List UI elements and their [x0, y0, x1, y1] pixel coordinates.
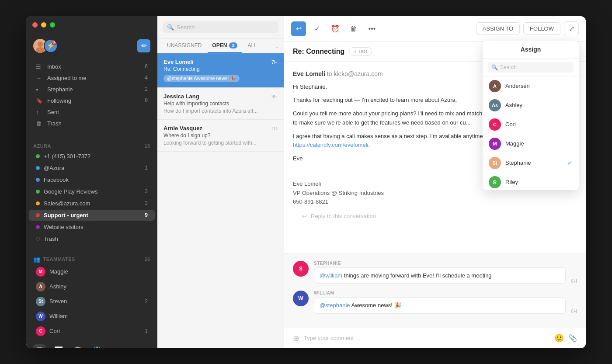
nav-settings[interactable]: ⚙️	[91, 344, 103, 348]
nav-inbox[interactable]: ☰	[33, 344, 45, 348]
resolve-button[interactable]: ✓	[309, 21, 324, 36]
conv-subject-jessica: Help with importing contacts	[163, 101, 278, 107]
comment-input[interactable]	[304, 335, 550, 341]
assign-agent-ashley[interactable]: As Ashley	[483, 96, 579, 115]
nav-reports[interactable]: 📊	[52, 344, 65, 348]
william-avatar: W	[36, 312, 45, 321]
channel-facebook-label: Facebook	[44, 177, 148, 183]
azura-section-header: AZURA 16	[26, 139, 157, 150]
nav-docs[interactable]: 📋	[72, 344, 84, 348]
steven-avatar: St	[36, 297, 45, 306]
assign-agent-stephanie[interactable]: St Stephanie ✓	[483, 153, 579, 173]
cori-label: Cori	[49, 328, 145, 334]
channel-sales[interactable]: Sales@azura.com 3	[29, 198, 155, 209]
channel-facebook[interactable]: Facebook	[29, 174, 155, 185]
tab-all[interactable]: ALL	[243, 39, 261, 53]
sidebar-item-inbox[interactable]: ☰ Inbox 6	[29, 61, 155, 72]
channel-google-play-label: Google Play Reviews	[44, 188, 145, 195]
assign-search-input[interactable]	[500, 64, 570, 70]
tab-open[interactable]: OPEN 3	[208, 39, 241, 53]
avatar-group: ⚡ 1	[33, 39, 58, 53]
channel-phone[interactable]: +1 (415) 301-7372	[29, 151, 155, 162]
maggie-label: Maggie	[49, 268, 148, 275]
sidebar-item-following[interactable]: 🔖 Following 9	[29, 95, 155, 106]
search-input[interactable]	[177, 24, 274, 31]
reply-area[interactable]: ↩ Reply to this conversation	[293, 207, 577, 225]
teammate-steven[interactable]: St Steven 2	[29, 295, 155, 309]
assign-agent-riley[interactable]: R Riley	[483, 173, 579, 190]
teammate-ashley[interactable]: A Ashley	[29, 280, 155, 294]
azura-section-label: AZURA	[33, 143, 51, 149]
follow-button[interactable]: FOLLOW	[523, 22, 560, 35]
comment-plus-icon[interactable]: ⊕	[293, 333, 299, 343]
ashley-name: Ashley	[505, 102, 573, 108]
conv-subject-arnie: Where do I sign up?	[163, 132, 278, 139]
more-button[interactable]: •••	[365, 21, 379, 36]
channel-support[interactable]: Support - urgent 9	[29, 210, 155, 221]
channel-azura-mention[interactable]: @Azura 1	[29, 163, 155, 173]
sidebar-item-stephanie[interactable]: ● Stephanie 2	[29, 84, 155, 95]
william-comment-text: Awesome news! 🎉	[351, 302, 401, 309]
assign-check-icon: ✓	[567, 159, 573, 166]
delete-button[interactable]: 🗑	[346, 21, 361, 36]
close-button[interactable]	[32, 22, 38, 28]
conv-item-header: Eve Lomeli 7H	[163, 59, 278, 65]
sidebar-item-trash[interactable]: 🗑 Trash	[29, 118, 155, 129]
cori-avatar: C	[36, 326, 45, 336]
riley-avatar: R	[489, 176, 501, 188]
toolbar-right: ASSIGN TO FOLLOW ⤢	[476, 21, 579, 36]
teammates-label: TEAMMATES	[43, 257, 75, 262]
teammate-cori[interactable]: C Cori 1	[29, 324, 155, 338]
conv-item-jessica[interactable]: Jessica Lang 9H Help with importing cont…	[157, 88, 284, 120]
assign-search-box[interactable]: 🔍	[488, 62, 574, 73]
conv-subject-eve: Re: Connecting	[163, 66, 278, 72]
teammate-maggie[interactable]: M Maggie	[29, 265, 155, 279]
sort-icon[interactable]: ↓	[275, 42, 278, 49]
stephanie-assign-name: Stephanie	[505, 159, 563, 166]
azura-count: 1	[145, 165, 148, 171]
channel-website[interactable]: Website visitors	[29, 222, 155, 232]
google-play-dot	[36, 190, 40, 194]
conv-sender-jessica: Jessica Lang	[163, 93, 199, 100]
assign-agent-maggie[interactable]: M Maggie	[483, 134, 579, 153]
calendly-link[interactable]: https://calendly.com/evelomeli	[293, 142, 368, 148]
snooze-button[interactable]: ⏰	[328, 21, 343, 36]
reply-placeholder: Reply to this conversation	[311, 213, 376, 219]
maggie-avatar: M	[36, 267, 45, 277]
teammate-william[interactable]: W William	[29, 309, 155, 323]
maggie-assign-name: Maggie	[505, 140, 573, 147]
sidebar-item-assigned[interactable]: → Assigned to me 4	[29, 73, 155, 83]
sidebar-item-sent[interactable]: ↑ Sent	[29, 107, 155, 118]
attach-icon[interactable]: 📎	[568, 334, 577, 342]
emoji-icon[interactable]: 🙂	[554, 333, 564, 343]
sidebar-bottom: ☰ 📊 📋 ⚙️	[26, 339, 157, 348]
following-count: 9	[141, 97, 148, 104]
tab-unassigned[interactable]: UNASSIGNED	[163, 39, 206, 53]
assign-agent-andersen[interactable]: A Andersen	[483, 76, 579, 96]
channel-trash[interactable]: Trash	[29, 233, 155, 244]
signature-title: VP Operations @ Striking Industries	[293, 189, 577, 198]
assign-to-button[interactable]: ASSIGN TO	[476, 22, 520, 35]
conversation-list: 🔍 UNASSIGNED OPEN 3 ALL ↓ Eve Lomeli 7	[157, 16, 284, 348]
avatar-notification[interactable]: ⚡ 1	[44, 39, 58, 53]
reply-back-button[interactable]: ↩	[291, 21, 306, 36]
conv-time-arnie: 1D	[271, 126, 278, 131]
minimize-button[interactable]	[41, 22, 46, 28]
william-label: William	[49, 313, 148, 319]
compose-button[interactable]: ✏	[137, 39, 150, 52]
search-box[interactable]: 🔍	[163, 21, 278, 33]
conv-item-arnie[interactable]: Arnie Vasquez 1D Where do I sign up? Loo…	[157, 120, 284, 152]
stephanie-count: 2	[141, 86, 148, 92]
tag-button[interactable]: + TAG	[349, 47, 372, 56]
conv-item-eve[interactable]: Eve Lomeli 7H Re: Connecting @stephanie …	[157, 53, 284, 88]
maximize-button[interactable]	[50, 22, 55, 28]
website-dot	[36, 225, 40, 229]
comment-stephanie: S STEPHANIE @william things are moving f…	[293, 261, 577, 284]
channel-google-play[interactable]: Google Play Reviews 3	[29, 186, 155, 197]
assign-agent-cori[interactable]: C Cori	[483, 115, 579, 134]
trash-icon: 🗑	[36, 120, 44, 127]
sent-icon: ↑	[36, 109, 44, 115]
expand-button[interactable]: ⤢	[564, 21, 579, 36]
assigned-icon: →	[36, 75, 44, 81]
support-dot	[36, 213, 40, 217]
